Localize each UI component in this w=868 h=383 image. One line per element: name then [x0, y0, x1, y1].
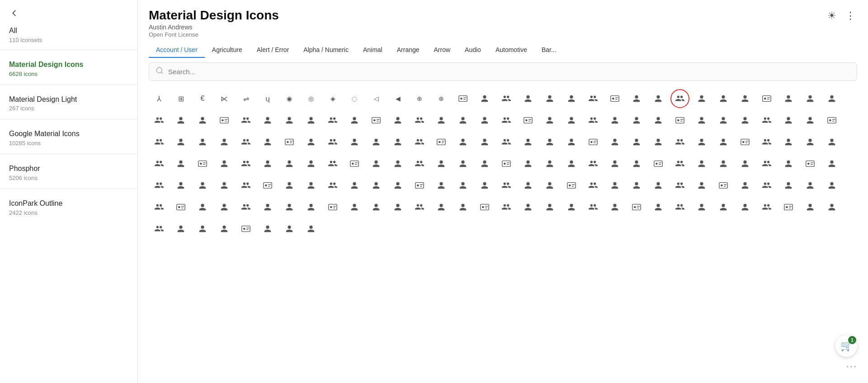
icon-cell[interactable]: [821, 88, 842, 109]
icon-cell[interactable]: [192, 175, 213, 196]
icon-cell[interactable]: [670, 110, 690, 131]
icon-cell[interactable]: [344, 175, 365, 196]
cat-tab-arrange[interactable]: Arrange: [390, 43, 427, 58]
icon-cell[interactable]: [670, 132, 690, 152]
icon-cell[interactable]: [387, 153, 408, 174]
icon-cell[interactable]: [735, 132, 755, 152]
search-input[interactable]: [168, 68, 850, 76]
icon-cell[interactable]: [257, 132, 278, 152]
icon-cell[interactable]: [236, 218, 256, 239]
icon-cell[interactable]: [409, 132, 430, 152]
icon-cell[interactable]: [453, 153, 473, 174]
icon-cell[interactable]: [735, 110, 755, 131]
icon-cell[interactable]: [409, 175, 430, 196]
sidebar-item-iconpark-outline[interactable]: IconPark Outline 2422 icons: [0, 194, 137, 219]
icon-cell[interactable]: [648, 110, 669, 131]
icon-cell[interactable]: [387, 197, 408, 218]
icon-cell[interactable]: [257, 218, 278, 239]
icon-cell[interactable]: [344, 197, 365, 218]
icon-cell[interactable]: [539, 197, 560, 218]
icon-cell[interactable]: [453, 88, 473, 109]
icon-cell[interactable]: [518, 88, 538, 109]
icon-cell[interactable]: [453, 197, 473, 218]
icon-cell[interactable]: [279, 218, 300, 239]
icon-cell[interactable]: [344, 132, 365, 152]
more-options-button[interactable]: ⋮: [844, 8, 857, 24]
icon-cell[interactable]: [735, 175, 755, 196]
icon-cell[interactable]: [192, 132, 213, 152]
icon-cell[interactable]: [561, 197, 582, 218]
cat-tab-automotive[interactable]: Automotive: [488, 43, 534, 58]
icon-cell[interactable]: [713, 110, 734, 131]
icon-cell[interactable]: [778, 88, 799, 109]
icon-cell[interactable]: [322, 132, 343, 152]
icon-cell[interactable]: [648, 197, 669, 218]
icon-cell[interactable]: [756, 88, 777, 109]
icon-cell[interactable]: [735, 88, 755, 109]
icon-cell[interactable]: ⋉: [214, 88, 235, 109]
icon-cell[interactable]: [583, 110, 604, 131]
icon-cell[interactable]: [778, 132, 799, 152]
icon-cell[interactable]: [539, 132, 560, 152]
icon-cell[interactable]: [604, 175, 625, 196]
icon-cell[interactable]: [778, 197, 799, 218]
icon-cell[interactable]: [149, 132, 170, 152]
icon-cell[interactable]: ◎: [301, 88, 321, 109]
icon-cell[interactable]: [648, 175, 669, 196]
icon-cell[interactable]: [713, 88, 734, 109]
icon-cell[interactable]: [539, 175, 560, 196]
icon-cell[interactable]: ◀: [387, 88, 408, 109]
icon-cell[interactable]: [236, 153, 256, 174]
icon-cell[interactable]: ◌: [344, 88, 365, 109]
icon-cell[interactable]: [431, 175, 452, 196]
icon-cell[interactable]: [214, 218, 235, 239]
icon-cell[interactable]: [691, 197, 712, 218]
icon-cell[interactable]: [518, 132, 538, 152]
cat-tab-audio[interactable]: Audio: [458, 43, 488, 58]
icon-cell[interactable]: [561, 153, 582, 174]
icon-cell[interactable]: [800, 153, 821, 174]
icon-cell[interactable]: [192, 153, 213, 174]
cat-tab-alert-error[interactable]: Alert / Error: [250, 43, 297, 58]
icon-cell[interactable]: [170, 153, 191, 174]
icon-cell[interactable]: [604, 153, 625, 174]
theme-toggle-button[interactable]: ☀: [826, 8, 838, 24]
icon-cell[interactable]: [236, 110, 256, 131]
icon-cell[interactable]: [626, 132, 647, 152]
icon-cell[interactable]: [735, 153, 755, 174]
icon-cell[interactable]: [149, 197, 170, 218]
icon-cell[interactable]: [322, 175, 343, 196]
icon-cell[interactable]: [474, 132, 495, 152]
icon-cell[interactable]: [192, 110, 213, 131]
more-dots-button[interactable]: ···: [846, 360, 857, 372]
icon-cell[interactable]: [170, 175, 191, 196]
icon-cell[interactable]: [539, 153, 560, 174]
icon-cell[interactable]: [366, 197, 387, 218]
icon-cell[interactable]: [496, 110, 517, 131]
icon-cell[interactable]: [409, 110, 430, 131]
icon-cell[interactable]: [713, 175, 734, 196]
icon-cell[interactable]: [735, 197, 755, 218]
icon-cell[interactable]: [800, 88, 821, 109]
sidebar-item-phosphor[interactable]: Phosphor 5206 icons: [0, 159, 137, 184]
icon-cell[interactable]: [604, 88, 625, 109]
icon-cell[interactable]: [453, 110, 473, 131]
icon-cell[interactable]: [214, 132, 235, 152]
cat-tab-arrow[interactable]: Arrow: [427, 43, 458, 58]
icon-cell[interactable]: [366, 110, 387, 131]
icon-cell[interactable]: [322, 153, 343, 174]
icon-cell[interactable]: [800, 110, 821, 131]
icon-cell[interactable]: [496, 132, 517, 152]
cat-tab-animal[interactable]: Animal: [356, 43, 390, 58]
icon-cell[interactable]: [149, 110, 170, 131]
icon-cell[interactable]: [474, 88, 495, 109]
icon-cell[interactable]: [409, 197, 430, 218]
icon-cell[interactable]: [604, 132, 625, 152]
icon-cell[interactable]: ⊞: [170, 88, 191, 109]
icon-cell[interactable]: [821, 197, 842, 218]
icon-cell[interactable]: [756, 132, 777, 152]
icon-cell[interactable]: [279, 153, 300, 174]
icon-cell[interactable]: [626, 88, 647, 109]
icon-cell[interactable]: [583, 88, 604, 109]
icon-cell[interactable]: [648, 153, 669, 174]
